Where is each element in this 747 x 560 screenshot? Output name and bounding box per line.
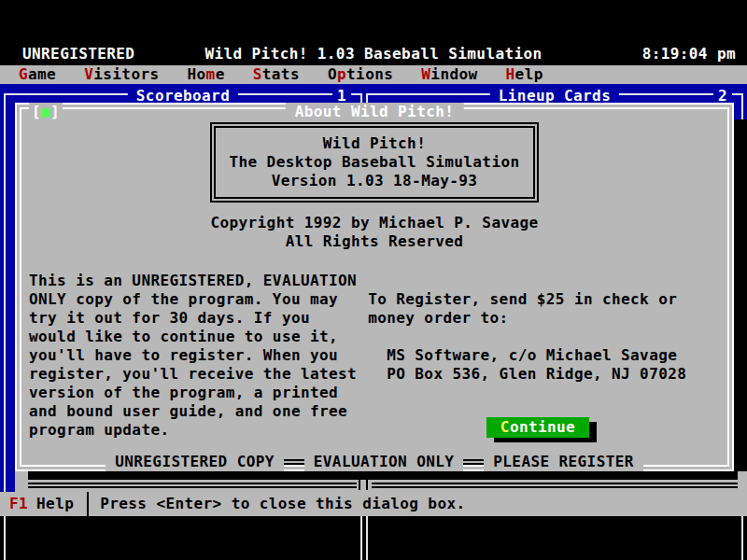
app-title: Wild Pitch! 1.03 Baseball Simulation (0, 45, 747, 63)
footer-evaluation-only: EVALUATION ONLY (304, 453, 464, 471)
menu-item-game[interactable]: Game (9, 65, 65, 84)
menu-item-options[interactable]: Options (318, 65, 402, 84)
menu-item-help[interactable]: Help (497, 65, 553, 84)
desktop: Scoreboard 1 Lineup Cards 2 [■] About Wi… (0, 84, 747, 492)
dialog-footer: UNREGISTERED COPY EVALUATION ONLY PLEASE… (21, 453, 727, 471)
app-title-bar: UNREGISTERED Wild Pitch! 1.03 Baseball S… (0, 43, 747, 65)
evaluation-notice-text: This is an UNREGISTERED, EVALUATION ONLY… (29, 272, 357, 440)
status-bar-divider (87, 492, 89, 516)
dos-screen: UNREGISTERED Wild Pitch! 1.03 Baseball S… (0, 0, 747, 560)
footer-divider (284, 459, 304, 465)
close-icon[interactable]: [■] (29, 103, 63, 121)
footer-unregistered-copy: UNREGISTERED COPY (106, 453, 284, 471)
status-bar: F1 Help Press <Enter> to close this dial… (0, 492, 747, 516)
dialog-body: This is an UNREGISTERED, EVALUATION ONLY… (21, 272, 727, 440)
dialog-title: About Wild Pitch! (286, 103, 464, 121)
continue-button[interactable]: Continue (486, 417, 589, 438)
window-corner-bar (359, 479, 360, 490)
menu-bar: Game Visitors Home Stats Options Window … (0, 65, 747, 84)
help-hotkey[interactable]: F1 Help (9, 495, 74, 513)
program-info-box: Wild Pitch! The Desktop Baseball Simulat… (210, 122, 539, 203)
footer-please-register: PLEASE REGISTER (484, 453, 643, 471)
menu-item-home[interactable]: Home (178, 65, 234, 84)
copyright-text: Copyright 1992 by Michael P. Savage All … (21, 214, 727, 251)
continue-button-face: Continue (486, 417, 589, 438)
clock: 8:19:04 pm (642, 45, 736, 63)
window-corner-bar (366, 479, 368, 490)
menu-item-stats[interactable]: Stats (244, 65, 309, 84)
about-dialog: [■] About Wild Pitch! Wild Pitch! The De… (15, 103, 734, 471)
window-bottom-border-left (28, 483, 357, 488)
dialog-shadow-right (734, 119, 747, 471)
help-hotkey-label: Help (36, 495, 74, 513)
window-bottom-border-right (372, 483, 738, 488)
menu-item-window[interactable]: Window (412, 65, 486, 84)
dialog-shadow-bottom (28, 471, 738, 480)
footer-divider (463, 459, 484, 465)
menu-item-visitors[interactable]: Visitors (75, 65, 168, 84)
status-message: Press <Enter> to close this dialog box. (100, 495, 465, 513)
